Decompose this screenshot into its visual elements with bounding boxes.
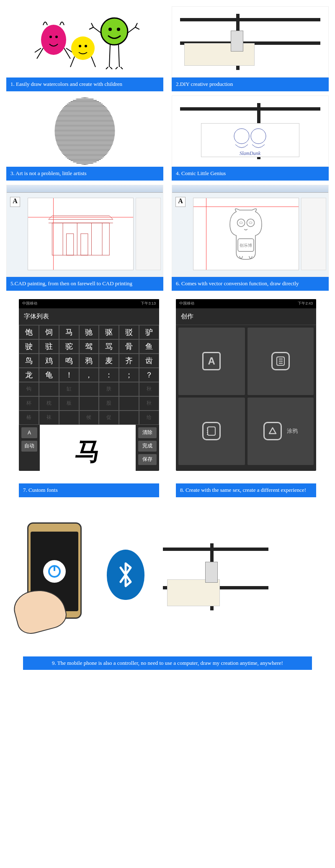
svg-point-1 bbox=[49, 36, 52, 38]
caption-8: 8. Create with the same sex, create a di… bbox=[176, 483, 316, 497]
plotter-photo-1 bbox=[172, 6, 329, 78]
char-cell-dim: 股 bbox=[99, 396, 119, 411]
char-cell: ？ bbox=[139, 368, 159, 382]
feature-5: A 5.CAD painting, from then on farewell … bbox=[6, 185, 163, 291]
feature-3: 3. Art is not a problem, little artists bbox=[6, 96, 163, 181]
char-cell-dim bbox=[119, 411, 139, 425]
char-cell: 饱 bbox=[19, 325, 39, 339]
svg-rect-29 bbox=[208, 427, 215, 435]
bluetooth-icon bbox=[107, 550, 149, 604]
feature-8: 中国移动 下午2:43 创作 A bbox=[176, 299, 316, 497]
char-cell-dim: 候 bbox=[79, 411, 99, 425]
svg-point-10 bbox=[251, 129, 266, 144]
phone-create-screenshot: 中国移动 下午2:43 创作 A bbox=[176, 299, 316, 471]
phone-in-hand-illustration bbox=[15, 522, 98, 631]
char-cell-dim bbox=[79, 396, 99, 411]
char-cell-dim: 秋 bbox=[139, 396, 159, 411]
char-cell: 驾 bbox=[79, 339, 99, 354]
char-cell: ： bbox=[99, 368, 119, 382]
doodle-label: 涂鸦 bbox=[287, 427, 298, 435]
time-label: 下午2:43 bbox=[298, 301, 313, 306]
carrier-label: 中国移动 bbox=[179, 301, 194, 306]
char-cell: 龙 bbox=[19, 368, 39, 382]
caption-4: 4. Comic Little Genius bbox=[172, 167, 329, 181]
feature-4: SlamDunk 4. Comic Little Genius bbox=[172, 96, 329, 181]
char-cell-dim: 板 bbox=[59, 396, 79, 411]
feature-row-1: 1. Easily draw watercolors and create wi… bbox=[6, 6, 329, 91]
product-feature-document: 1. Easily draw watercolors and create wi… bbox=[0, 0, 335, 697]
char-cell-dim: 杯 bbox=[19, 396, 39, 411]
feature-7: 中国移动 下午3:13 字体列表 饱 饲 马 驰 驱 驳 驴 驶 驻 驼 驾 骂 bbox=[19, 299, 159, 497]
char-cell-dim: 缸 bbox=[59, 382, 79, 396]
svg-point-20 bbox=[247, 219, 255, 227]
char-cell-dim: 椿 bbox=[19, 411, 39, 425]
svg-point-8 bbox=[117, 28, 120, 31]
svg-rect-18 bbox=[81, 234, 88, 255]
svg-point-4 bbox=[79, 45, 81, 47]
phone-status-bar: 中国移动 下午3:13 bbox=[19, 299, 159, 308]
mode-a-button: A bbox=[21, 427, 37, 438]
char-cell: 骨 bbox=[119, 339, 139, 354]
svg-rect-17 bbox=[66, 234, 73, 255]
char-cell: 马 bbox=[59, 325, 79, 339]
svg-point-22 bbox=[249, 222, 253, 224]
create-notebook-cell bbox=[247, 328, 314, 395]
char-cell: 驼 bbox=[59, 339, 79, 354]
clear-button: 清除 bbox=[138, 427, 157, 438]
char-cell-dim: 钩 bbox=[19, 382, 39, 396]
power-button-icon bbox=[43, 560, 66, 583]
text-icon: A bbox=[202, 352, 221, 370]
handwritten-char: 马 bbox=[72, 435, 103, 469]
svg-point-3 bbox=[71, 36, 95, 60]
char-cell: 麦 bbox=[99, 354, 119, 368]
notebook-icon bbox=[271, 352, 290, 370]
char-cell: 驶 bbox=[19, 339, 39, 354]
create-sketch-cell bbox=[178, 398, 245, 465]
caption-1: 1. Easily draw watercolors and create wi… bbox=[6, 78, 163, 91]
done-button: 完成 bbox=[138, 441, 157, 452]
char-cell: 齐 bbox=[119, 354, 139, 368]
svg-point-5 bbox=[85, 45, 87, 47]
create-text-cell: A bbox=[178, 328, 245, 395]
char-cell: 驰 bbox=[79, 325, 99, 339]
char-cell: 驻 bbox=[39, 339, 59, 354]
line-art-portrait-image bbox=[6, 96, 163, 167]
sketch-icon bbox=[202, 422, 221, 440]
feature-row-4: 中国移动 下午3:13 字体列表 饱 饲 马 驰 驱 驳 驴 驶 驻 驼 驾 骂 bbox=[6, 295, 329, 501]
char-cell-dim bbox=[39, 382, 59, 396]
char-cell-dim: 秋 bbox=[139, 382, 159, 396]
handwriting-area: A 自动 马 清除 完成 保存 bbox=[19, 425, 159, 471]
char-cell: 鸣 bbox=[59, 354, 79, 368]
caption-7: 7. Custom fonts bbox=[19, 483, 159, 497]
vector-software-screenshot: 创乐博 A bbox=[172, 185, 329, 277]
create-doodle-cell: 涂鸦 bbox=[247, 398, 314, 465]
char-cell-dim: 枕 bbox=[39, 396, 59, 411]
caption-2: 2.DIY creative production bbox=[172, 78, 329, 91]
char-cell-dim: 袜 bbox=[39, 411, 59, 425]
char-cell-dim: 肤 bbox=[99, 382, 119, 396]
caption-3: 3. Art is not a problem, little artists bbox=[6, 167, 163, 181]
time-label: 下午3:13 bbox=[141, 301, 156, 306]
feature-1: 1. Easily draw watercolors and create wi… bbox=[6, 6, 163, 91]
char-cell: 鸟 bbox=[19, 354, 39, 368]
feature-6: 创乐博 A 6. Comes with vector conversion fu… bbox=[172, 185, 329, 291]
char-cell: 骂 bbox=[99, 339, 119, 354]
carrier-label: 中国移动 bbox=[22, 301, 37, 306]
feature-row-5 bbox=[6, 506, 329, 640]
caption-9: 9. The mobile phone is also a controller… bbox=[23, 656, 312, 670]
svg-point-6 bbox=[101, 18, 128, 45]
svg-point-7 bbox=[108, 28, 112, 31]
create-grid: A bbox=[176, 325, 316, 468]
svg-point-2 bbox=[55, 36, 58, 38]
char-cell: 齿 bbox=[139, 354, 159, 368]
char-cell: 鸦 bbox=[79, 354, 99, 368]
char-cell-dim bbox=[119, 396, 139, 411]
char-cell-dim bbox=[59, 411, 79, 425]
cad-software-screenshot: A bbox=[6, 185, 163, 277]
char-cell: 驴 bbox=[139, 325, 159, 339]
phone-font-list-screenshot: 中国移动 下午3:13 字体列表 饱 饲 马 驰 驱 驳 驴 驶 驻 驼 驾 骂 bbox=[19, 299, 159, 471]
phone-header: 字体列表 bbox=[19, 308, 159, 325]
auto-button: 自动 bbox=[21, 441, 37, 452]
phone-status-bar: 中国移动 下午2:43 bbox=[176, 299, 316, 308]
caption-5: 5.CAD painting, from then on farewell to… bbox=[6, 277, 163, 291]
